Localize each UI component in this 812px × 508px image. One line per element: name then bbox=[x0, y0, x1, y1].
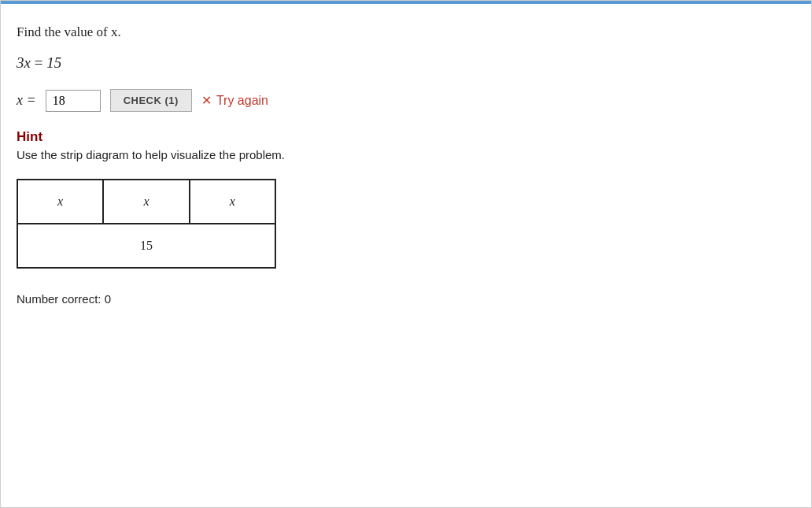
top-bar bbox=[1, 1, 811, 4]
hint-text: Use the strip diagram to help visualize … bbox=[17, 148, 788, 161]
x-icon: ✕ bbox=[201, 93, 212, 108]
strip-top-row: x x x bbox=[17, 179, 276, 223]
problem-title: Find the value of x. bbox=[17, 24, 788, 40]
check-button[interactable]: CHECK (1) bbox=[110, 89, 192, 112]
strip-cell-x3: x bbox=[190, 180, 275, 223]
strip-cell-x1: x bbox=[18, 180, 104, 223]
answer-label: x = bbox=[17, 92, 36, 109]
page-container: Find the value of x. 3x = 15 x = CHECK (… bbox=[0, 0, 812, 508]
try-again-label: Try again bbox=[216, 94, 268, 108]
equation: 3x = 15 bbox=[17, 54, 788, 72]
answer-input[interactable] bbox=[46, 90, 101, 112]
strip-bottom-cell: 15 bbox=[17, 223, 276, 269]
answer-row: x = CHECK (1) ✕ Try again bbox=[17, 89, 788, 112]
strip-cell-x2: x bbox=[104, 180, 190, 223]
number-correct: Number correct: 0 bbox=[17, 292, 788, 306]
strip-diagram: x x x 15 bbox=[17, 179, 276, 269]
hint-section: Hint Use the strip diagram to help visua… bbox=[17, 129, 788, 161]
try-again-message: ✕ Try again bbox=[201, 93, 268, 108]
hint-title: Hint bbox=[17, 129, 788, 145]
